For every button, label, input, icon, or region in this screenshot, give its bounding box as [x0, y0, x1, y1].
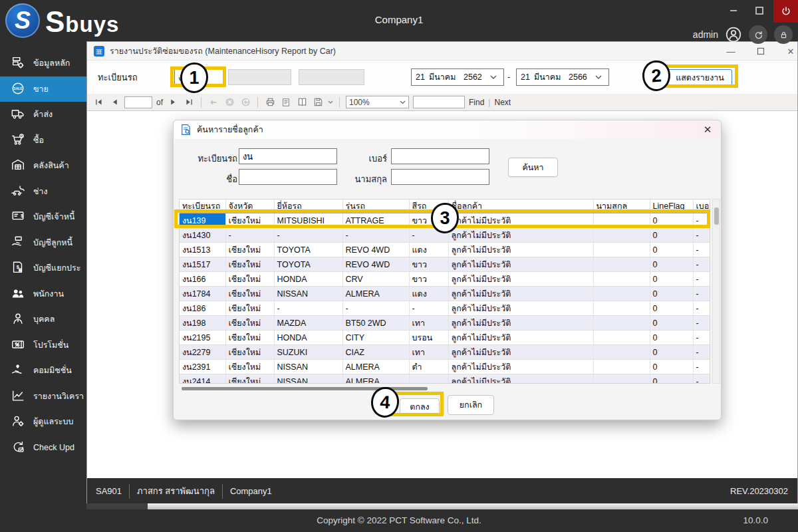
table-cell[interactable]: งน2279: [180, 345, 225, 360]
export-dropdown-icon[interactable]: [328, 100, 333, 104]
table-cell[interactable]: -: [693, 257, 710, 272]
table-row[interactable]: งน1517เชียงใหม่TOYOTAREVO 4WDขาวลูกค้าไม…: [180, 257, 710, 272]
table-cell[interactable]: ALMERA: [342, 287, 409, 301]
sidebar-item-chart[interactable]: รายงานวิเครา: [0, 384, 86, 410]
refresh-button[interactable]: [749, 25, 767, 44]
export-icon[interactable]: [312, 96, 324, 108]
table-cell[interactable]: HONDA: [274, 331, 342, 345]
table-cell[interactable]: งน1517: [180, 257, 225, 272]
table-cell[interactable]: MAZDA: [274, 316, 342, 331]
table-cell[interactable]: [409, 374, 448, 384]
maximize-button[interactable]: [747, 0, 771, 21]
table-row[interactable]: งน1513เชียงใหม่TOYOTAREVO 4WDแดงลูกค้าไม…: [180, 243, 710, 257]
table-cell[interactable]: เชียงใหม่: [225, 257, 274, 272]
table-cell[interactable]: 0: [650, 345, 693, 360]
table-cell[interactable]: เชียงใหม่: [225, 345, 274, 360]
dialog-last-name-input[interactable]: [391, 169, 489, 185]
minimize-button[interactable]: [722, 0, 745, 21]
table-cell[interactable]: เทา: [409, 345, 448, 360]
table-cell[interactable]: 0: [650, 301, 693, 316]
table-cell[interactable]: เชียงใหม่: [225, 331, 274, 345]
dialog-close-icon[interactable]: ✕: [700, 122, 716, 137]
sidebar-item-warehouse[interactable]: คลังสินค้า: [0, 153, 86, 179]
table-row[interactable]: งน2414เชียงใหม่NISSANALMERAลูกค้าไม่มีปร…: [180, 374, 710, 384]
column-header[interactable]: LineFlag: [650, 200, 693, 213]
table-cell[interactable]: 0: [650, 257, 693, 272]
table-cell[interactable]: NISSAN: [274, 287, 342, 301]
dialog-phone-input[interactable]: [391, 148, 489, 164]
zoom-select[interactable]: 100%: [346, 96, 409, 108]
app-horizontal-scrollbar[interactable]: [86, 503, 798, 509]
table-cell[interactable]: [593, 287, 650, 301]
column-header[interactable]: เบอร์: [693, 200, 710, 213]
sidebar-item-receivable[interactable]: บัญชีลูกหนี้: [0, 230, 86, 256]
user-avatar-icon[interactable]: [725, 26, 742, 43]
table-cell[interactable]: [593, 243, 650, 257]
table-cell[interactable]: -: [225, 228, 274, 243]
table-cell[interactable]: -: [274, 301, 342, 316]
cancel-button[interactable]: ยกเลิก: [448, 395, 494, 415]
report-window-titlebar[interactable]: รายงานประวัติซ่อมของรถ (MaintenanceHisor…: [87, 42, 797, 61]
sidebar-item-master-data[interactable]: ข้อมูลหลัก: [0, 51, 86, 76]
table-row[interactable]: งน2279เชียงใหม่SUZUKICIAZเทาลูกค้าไม่มีป…: [180, 345, 710, 360]
dialog-titlebar[interactable]: ค้นหารายชื่อลูกค้า ✕: [174, 120, 721, 139]
dialog-first-name-input[interactable]: [239, 169, 337, 185]
page-setup-icon[interactable]: [296, 96, 308, 108]
dialog-plate-input[interactable]: [239, 148, 337, 164]
table-cell[interactable]: -: [693, 272, 710, 287]
dialog-search-button[interactable]: ค้นหา: [508, 158, 558, 177]
table-cell[interactable]: เชียงใหม่: [225, 360, 274, 374]
table-cell[interactable]: -: [693, 213, 710, 228]
table-cell[interactable]: ลูกค้าไม่มีประวัติ: [448, 243, 593, 257]
table-cell[interactable]: งน166: [180, 272, 225, 287]
print-icon[interactable]: [264, 96, 276, 108]
table-cell[interactable]: 0: [650, 374, 693, 384]
date-from-picker[interactable]: 21 มีนาคม 2562: [411, 68, 504, 86]
sidebar-item-promotion[interactable]: โปรโมชั่น: [0, 332, 86, 358]
previous-page-icon[interactable]: [108, 96, 120, 108]
scrollbar-thumb[interactable]: [714, 207, 719, 225]
table-cell[interactable]: TOYOTA: [274, 243, 342, 257]
table-cell[interactable]: [593, 272, 650, 287]
table-cell[interactable]: 0: [650, 272, 693, 287]
find-input[interactable]: [413, 96, 465, 108]
table-cell[interactable]: แดง: [409, 243, 448, 257]
table-cell[interactable]: เชียงใหม่: [225, 243, 274, 257]
table-cell[interactable]: เชียงใหม่: [225, 301, 274, 316]
table-cell[interactable]: เทา: [409, 316, 448, 331]
sidebar-item-sale[interactable]: SALEขาย: [0, 76, 86, 102]
page-number-input[interactable]: [124, 96, 152, 108]
table-cell[interactable]: 0: [650, 243, 693, 257]
sidebar-item-staff[interactable]: พนักงาน: [0, 281, 86, 307]
find-button[interactable]: Find: [469, 98, 484, 107]
table-cell[interactable]: ขาว: [409, 257, 448, 272]
table-cell[interactable]: -: [693, 243, 710, 257]
sidebar-item-ledger[interactable]: $บัญชีแยกประ: [0, 255, 86, 281]
sidebar-item-cart[interactable]: ซื้อ: [0, 128, 86, 154]
table-cell[interactable]: ลูกค้าไม่มีประวัติ: [448, 257, 593, 272]
table-cell[interactable]: ขาว: [409, 272, 448, 287]
table-row[interactable]: งน2195เชียงใหม่HONDACITYบรอนลูกค้าไม่มีป…: [180, 331, 710, 345]
table-cell[interactable]: [593, 228, 650, 243]
table-cell[interactable]: งน139: [180, 213, 225, 228]
ok-button[interactable]: ตกลง: [400, 398, 440, 416]
table-vertical-scrollbar[interactable]: [712, 199, 720, 384]
table-cell[interactable]: ลูกค้าไม่มีประวัติ: [448, 287, 593, 301]
column-header[interactable]: ชื่อลูกค้า: [448, 200, 593, 213]
table-cell[interactable]: [593, 301, 650, 316]
table-cell[interactable]: [593, 374, 650, 384]
column-header[interactable]: ยี่ห้อรถ: [274, 200, 342, 213]
column-header[interactable]: รุ่นรถ: [342, 200, 409, 213]
table-cell[interactable]: CITY: [342, 331, 409, 345]
table-cell[interactable]: REVO 4WD: [342, 257, 409, 272]
table-cell[interactable]: REVO 4WD: [342, 243, 409, 257]
table-cell[interactable]: ATTRAGE: [342, 213, 409, 228]
table-row[interactable]: งน166เชียงใหม่HONDACRVขาวลูกค้าไม่มีประว…: [180, 272, 710, 287]
table-cell[interactable]: งน198: [180, 316, 225, 331]
table-cell[interactable]: ALMERA: [342, 360, 409, 374]
table-row[interactable]: งน2391เชียงใหม่NISSANALMERAดำลูกค้าไม่มี…: [180, 360, 710, 374]
table-cell[interactable]: 0: [650, 287, 693, 301]
table-cell[interactable]: ลูกค้าไม่มีประวัติ: [448, 213, 593, 228]
sidebar-item-payable[interactable]: $บัญชีเจ้าหนี้: [0, 204, 86, 230]
table-cell[interactable]: งน1430: [180, 228, 225, 243]
